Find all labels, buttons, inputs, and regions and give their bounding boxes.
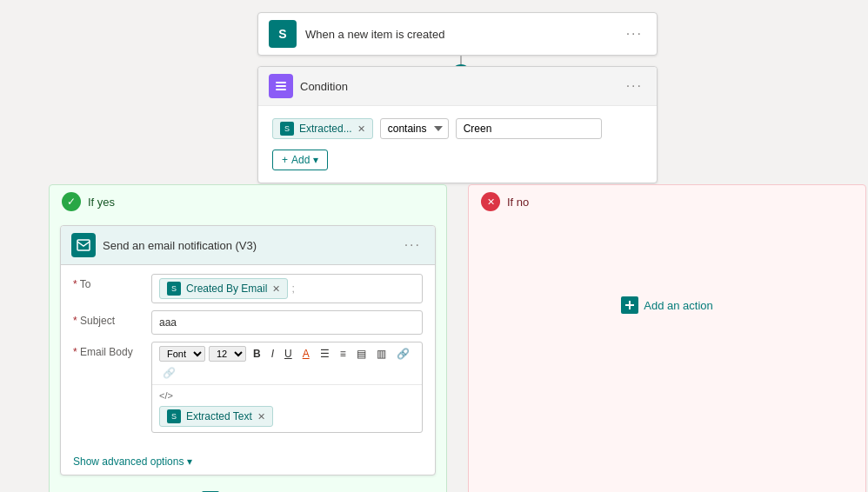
extracted-text-close[interactable]: ✕ [257, 411, 265, 422]
condition-more-button[interactable]: ··· [623, 75, 646, 97]
align-left-button[interactable]: ▤ [353, 346, 370, 362]
extracted-pill-close[interactable]: ✕ [357, 123, 365, 135]
condition-add-row: + Add ▾ [272, 150, 643, 170]
to-pill-close[interactable]: ✕ [272, 283, 280, 295]
extracted-text-icon: S [167, 409, 181, 423]
extracted-pill[interactable]: S Extracted... ✕ [272, 118, 373, 139]
action-fields: To S Created By Email ✕ ; Subject [61, 265, 435, 449]
add-label: Add [291, 154, 310, 166]
bold-button[interactable]: B [250, 346, 264, 362]
align-center-button[interactable]: ▥ [373, 346, 390, 362]
add-action-yes-button[interactable]: Add an action [50, 482, 446, 492]
branch-no-label: If no [507, 196, 529, 209]
bullet-list-button[interactable]: ☰ [317, 346, 333, 362]
show-advanced-button[interactable]: Show advanced options ▾ [61, 449, 435, 475]
code-tag-label: </> [159, 390, 415, 401]
chevron-down-icon: ▾ [187, 455, 192, 468]
to-label: To [73, 274, 143, 290]
font-select[interactable]: Font [159, 346, 205, 362]
no-badge: ✕ [481, 192, 500, 211]
subject-field-row: Subject aaa [73, 310, 423, 335]
trigger-icon: S [269, 20, 297, 48]
email-action-icon [71, 233, 96, 257]
text-color-button[interactable]: A [299, 346, 313, 362]
condition-body: S Extracted... ✕ contains + Add ▾ [258, 106, 657, 183]
branches-container: ✓ If yes Send an email notification (V3)… [49, 184, 866, 492]
chevron-down-icon: ▾ [313, 154, 318, 166]
add-icon: + [282, 154, 288, 166]
email-action-title: Send an email notification (V3) [103, 239, 401, 252]
condition-header: Condition ··· [258, 67, 657, 106]
extracted-pill-icon: S [280, 122, 294, 136]
underline-button[interactable]: U [281, 346, 296, 362]
add-action-no-icon [621, 296, 638, 314]
unlink-button[interactable]: 🔗 [159, 365, 179, 381]
condition-node: Condition ··· S Extracted... ✕ contains … [257, 66, 658, 183]
body-content-area[interactable]: </> S Extracted Text ✕ [152, 385, 422, 432]
add-action-no-button[interactable]: Add an action [612, 288, 722, 322]
add-action-no-label: Add an action [644, 299, 713, 312]
subject-label: Subject [73, 310, 143, 327]
created-by-email-pill[interactable]: S Created By Email ✕ [159, 278, 288, 299]
condition-row: S Extracted... ✕ contains [272, 118, 643, 139]
trigger-more-button[interactable]: ··· [623, 23, 646, 45]
trigger-label: When a new item is created [305, 28, 623, 41]
email-action-header: Send an email notification (V3) ··· [61, 226, 435, 265]
extracted-text-pill[interactable]: S Extracted Text ✕ [159, 406, 273, 427]
body-label: Email Body [73, 342, 143, 358]
to-input[interactable]: S Created By Email ✕ ; [151, 274, 423, 303]
branch-no-header: ✕ If no [469, 185, 865, 218]
condition-value-input[interactable] [456, 118, 602, 139]
trigger-node[interactable]: S When a new item is created ··· [257, 12, 658, 56]
branch-yes: ✓ If yes Send an email notification (V3)… [49, 184, 447, 492]
condition-add-button[interactable]: + Add ▾ [272, 150, 328, 170]
to-field-row: To S Created By Email ✕ ; [73, 274, 423, 303]
link-button[interactable]: 🔗 [393, 346, 413, 362]
svg-rect-2 [276, 89, 286, 90]
numbered-list-button[interactable]: ≡ [337, 346, 350, 362]
body-editor[interactable]: Font 12 B I U A [151, 342, 423, 433]
body-toolbar: Font 12 B I U A [152, 342, 422, 385]
svg-rect-1 [276, 85, 286, 87]
condition-icon [269, 74, 293, 98]
condition-title: Condition [300, 80, 623, 93]
connector-line-top [460, 56, 462, 64]
no-branch-add-area: Add an action [469, 218, 865, 392]
yes-badge: ✓ [62, 192, 81, 211]
show-advanced-label: Show advanced options [73, 455, 184, 468]
workflow-canvas: S When a new item is created ··· + Condi… [0, 0, 868, 492]
body-field-row: Email Body Font 12 B I [73, 342, 423, 433]
svg-rect-7 [625, 304, 634, 306]
subject-input[interactable]: aaa [151, 310, 423, 335]
font-size-select[interactable]: 12 [209, 346, 246, 362]
email-action-more-button[interactable]: ··· [401, 234, 424, 256]
branch-yes-header: ✓ If yes [50, 185, 446, 218]
italic-button[interactable]: I [268, 346, 277, 362]
created-by-email-icon: S [167, 282, 181, 296]
branch-yes-label: If yes [88, 196, 115, 209]
condition-operator-select[interactable]: contains [380, 118, 449, 139]
branch-no: ✕ If no Add an action [468, 184, 866, 492]
email-action-card: Send an email notification (V3) ··· To S… [60, 225, 436, 475]
svg-rect-3 [77, 240, 90, 250]
svg-rect-0 [276, 82, 286, 83]
